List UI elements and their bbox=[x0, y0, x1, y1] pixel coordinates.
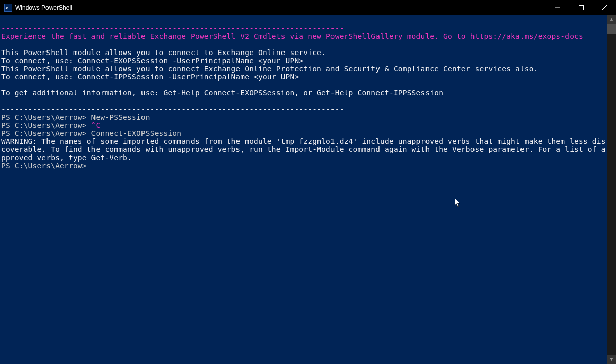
prompt: PS C:\Users\Aerrow> bbox=[1, 121, 91, 129]
info-line: This PowerShell module allows you to con… bbox=[1, 48, 326, 57]
window-title: Windows PowerShell bbox=[15, 4, 72, 11]
terminal-output[interactable]: ----------------------------------------… bbox=[0, 15, 607, 364]
close-button[interactable] bbox=[593, 0, 616, 15]
command-text: Connect-EXOPSSession bbox=[91, 129, 182, 137]
svg-rect-1 bbox=[579, 6, 584, 10]
scrollbar-thumb[interactable] bbox=[607, 24, 616, 34]
prompt: PS C:\Users\Aerrow> bbox=[1, 129, 91, 137]
prompt: PS C:\Users\Aerrow> bbox=[1, 113, 91, 121]
scrollbar[interactable]: ▲ ▼ bbox=[607, 15, 616, 364]
minimize-button[interactable] bbox=[546, 0, 570, 15]
info-line: To connect, use: Connect-EXOPSSession -U… bbox=[1, 57, 303, 65]
info-line: This PowerShell module allows you to con… bbox=[1, 65, 538, 73]
terminal-area: ----------------------------------------… bbox=[0, 15, 616, 364]
titlebar[interactable]: >_ Windows PowerShell bbox=[0, 0, 616, 15]
info-line: To connect, use: Connect-IPPSSession -Us… bbox=[1, 73, 299, 81]
scroll-down-button[interactable]: ▼ bbox=[607, 355, 616, 364]
prompt: PS C:\Users\Aerrow> bbox=[1, 162, 87, 170]
titlebar-left: >_ Windows PowerShell bbox=[4, 4, 72, 12]
powershell-window: >_ Windows PowerShell ------------------… bbox=[0, 0, 616, 364]
warning-text: WARNING: The names of some imported comm… bbox=[1, 137, 606, 162]
scroll-up-button[interactable]: ▲ bbox=[607, 15, 616, 24]
window-controls bbox=[546, 0, 616, 15]
powershell-icon: >_ bbox=[4, 4, 12, 12]
banner-text: Experience the fast and reliable Exchang… bbox=[1, 32, 583, 40]
ctrl-c: ^C bbox=[91, 121, 101, 129]
command-text: New-PSSession bbox=[91, 113, 150, 121]
maximize-button[interactable] bbox=[570, 0, 593, 15]
info-line: To get additional information, use: Get-… bbox=[1, 89, 443, 97]
separator-line: ----------------------------------------… bbox=[1, 24, 344, 32]
separator-line: ----------------------------------------… bbox=[1, 105, 344, 113]
scrollbar-track[interactable] bbox=[607, 24, 616, 355]
